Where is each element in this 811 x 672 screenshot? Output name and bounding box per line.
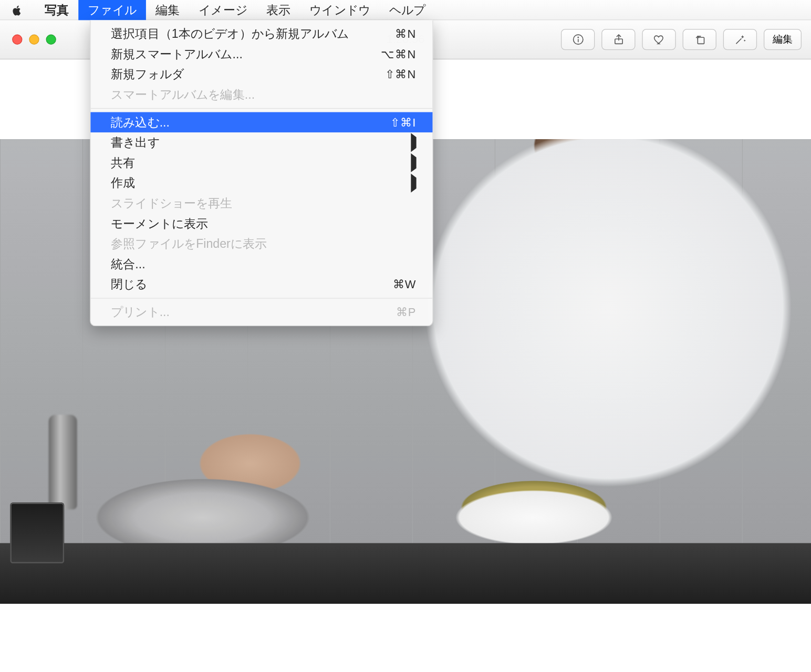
menu-item-label: 閉じる <box>111 276 147 292</box>
menu-item-label: 読み込む... <box>111 114 170 130</box>
menu-print: プリント... ⌘P <box>90 302 432 322</box>
app-name[interactable]: 写真 <box>35 0 78 20</box>
menu-share[interactable]: 共有 <box>90 153 432 173</box>
share-button[interactable] <box>601 29 635 50</box>
menu-item-label: スライドショーを再生 <box>111 195 233 212</box>
rotate-button[interactable] <box>683 29 716 50</box>
close-window-button[interactable] <box>12 35 22 45</box>
blank-area <box>0 604 811 662</box>
menu-window[interactable]: ウインドウ <box>300 0 380 20</box>
menu-item-label: プリント... <box>111 304 170 320</box>
auto-enhance-button[interactable] <box>723 29 757 50</box>
menu-item-shortcut: ⌘W <box>393 277 417 291</box>
menu-item-label: スマートアルバムを編集... <box>111 87 255 103</box>
svg-point-2 <box>578 37 578 38</box>
menu-item-shortcut: ⇧⌘I <box>390 115 417 129</box>
favorite-button[interactable] <box>642 29 675 50</box>
cocktail-shaker <box>49 415 77 509</box>
edit-button[interactable]: 編集 <box>764 29 802 50</box>
minimize-window-button[interactable] <box>29 35 39 45</box>
menu-item-label: 参照ファイルをFinderに表示 <box>111 236 267 252</box>
submenu-indicator-icon <box>411 158 416 169</box>
menu-export[interactable]: 書き出す <box>90 132 432 153</box>
menu-show-in-moment[interactable]: モーメントに表示 <box>90 214 432 234</box>
menu-edit-smart-album: スマートアルバムを編集... <box>90 85 432 105</box>
submenu-indicator-icon <box>411 177 416 188</box>
menu-item-label: 新規スマートアルバム... <box>111 46 243 62</box>
menu-new-folder[interactable]: 新規フォルダ ⇧⌘N <box>90 64 432 85</box>
info-button[interactable] <box>561 29 595 50</box>
menu-play-slideshow: スライドショーを再生 <box>90 193 432 214</box>
menu-help[interactable]: ヘルプ <box>380 0 435 20</box>
product-box <box>10 502 64 563</box>
menu-item-label: モーメントに表示 <box>111 215 208 232</box>
menu-item-label: 新規フォルダ <box>111 66 184 82</box>
file-menu-dropdown: 選択項目（1本のビデオ）から新規アルバム ⌘N 新規スマートアルバム... ⌥⌘… <box>90 20 433 327</box>
menu-show-referenced-in-finder: 参照ファイルをFinderに表示 <box>90 234 432 254</box>
system-menubar: 写真 ファイル 編集 イメージ 表示 ウインドウ ヘルプ <box>0 0 811 20</box>
menu-item-shortcut: ⌘P <box>396 305 417 319</box>
menu-new-smart-album[interactable]: 新規スマートアルバム... ⌥⌘N <box>90 44 432 65</box>
apple-menu-icon[interactable] <box>9 3 24 17</box>
submenu-indicator-icon <box>411 137 416 148</box>
menu-consolidate[interactable]: 統合... <box>90 254 432 275</box>
menu-new-album-from-selection[interactable]: 選択項目（1本のビデオ）から新規アルバム ⌘N <box>90 24 432 44</box>
menu-item-shortcut: ⌥⌘N <box>381 47 416 61</box>
counter-surface <box>0 543 811 604</box>
menu-item-label: 作成 <box>111 175 135 191</box>
menu-close[interactable]: 閉じる ⌘W <box>90 274 432 295</box>
menu-item-shortcut: ⇧⌘N <box>385 67 417 81</box>
menu-item-label: 選択項目（1本のビデオ）から新規アルバム <box>111 26 349 42</box>
menu-item-label: 共有 <box>111 155 135 171</box>
menu-file[interactable]: ファイル <box>78 0 146 20</box>
menu-separator <box>90 298 432 298</box>
menu-create[interactable]: 作成 <box>90 173 432 193</box>
svg-rect-4 <box>698 37 704 44</box>
fullscreen-window-button[interactable] <box>46 35 56 45</box>
menu-edit[interactable]: 編集 <box>146 0 189 20</box>
menu-view[interactable]: 表示 <box>257 0 300 20</box>
menu-item-shortcut: ⌘N <box>395 27 416 41</box>
menu-image[interactable]: イメージ <box>189 0 257 20</box>
menu-separator <box>90 108 432 109</box>
window-controls <box>12 35 56 45</box>
menu-item-label: 統合... <box>111 256 145 272</box>
menu-import[interactable]: 読み込む... ⇧⌘I <box>90 112 432 133</box>
menu-item-label: 書き出す <box>111 134 160 151</box>
